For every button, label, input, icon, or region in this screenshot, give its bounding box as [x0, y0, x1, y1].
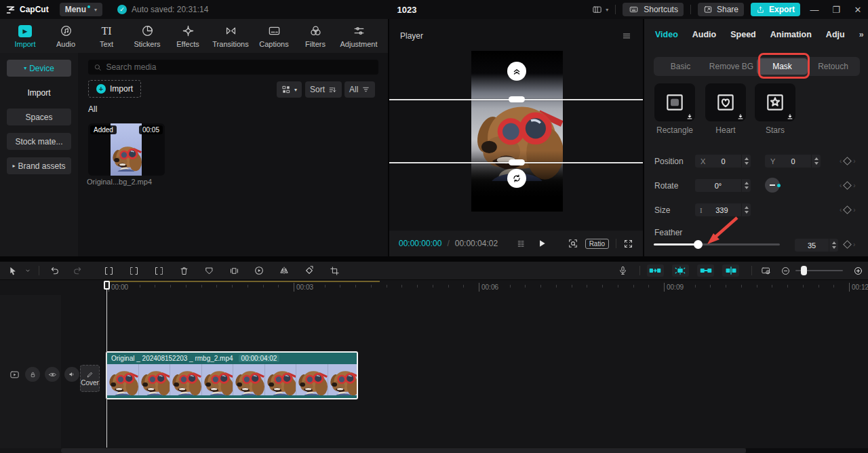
hamburger-menu-icon[interactable] — [621, 31, 632, 41]
subtab-retouch[interactable]: Retouch — [808, 58, 859, 75]
subtab-mask[interactable]: Mask — [757, 58, 808, 75]
auto-ripple-toggle[interactable] — [672, 264, 689, 277]
sidebar-item-brand-assets[interactable]: ▸ Brand assets — [7, 157, 71, 174]
layout-panels-button[interactable]: ▾ — [591, 5, 608, 15]
tab-import[interactable]: ▶ Import — [5, 24, 45, 48]
preview-split-toggle[interactable] — [722, 264, 739, 277]
subtab-basic[interactable]: Basic — [655, 58, 706, 75]
edit-cover-button[interactable]: Cover — [80, 365, 100, 392]
tab-animation[interactable]: Animation — [770, 30, 812, 39]
tab-adjustment-props[interactable]: Adju — [826, 30, 845, 39]
rotate-keyframe[interactable]: ‹› — [840, 182, 856, 189]
tab-transitions[interactable]: Transitions — [209, 24, 252, 48]
mute-track-button[interactable] — [64, 367, 79, 382]
share-button[interactable]: Share — [698, 3, 744, 16]
main-track-magnet-toggle[interactable] — [647, 264, 664, 277]
ratio-button[interactable]: Ratio — [585, 239, 609, 249]
timeline-zoom-out-button[interactable] — [776, 266, 795, 276]
media-item-card[interactable]: Added 00:05 — [88, 123, 165, 176]
play-button[interactable] — [537, 239, 547, 248]
search-input[interactable] — [106, 62, 373, 72]
position-x-field[interactable]: X 0 — [695, 155, 751, 168]
size-keyframe[interactable]: ‹› — [840, 206, 856, 214]
split-tool[interactable] — [99, 266, 119, 276]
tab-audio-props[interactable]: Audio — [692, 30, 716, 39]
keyframe-diamond-icon[interactable] — [843, 205, 852, 214]
tabs-overflow-chevrons[interactable]: » — [859, 30, 864, 39]
stepper[interactable] — [811, 155, 821, 168]
menu-button[interactable]: Menu ▾ — [60, 3, 102, 16]
feather-keyframe[interactable]: › — [844, 241, 855, 248]
stepper[interactable] — [741, 179, 751, 192]
keyframe-diamond-icon[interactable] — [843, 157, 852, 165]
feather-slider[interactable] — [654, 243, 780, 245]
view-mode-button[interactable]: ▾ — [277, 81, 302, 98]
window-minimize-button[interactable]: — — [807, 5, 822, 15]
keyframe-diamond-icon[interactable] — [843, 181, 852, 190]
link-clips-toggle[interactable] — [697, 264, 714, 277]
horizontal-scrollbar[interactable] — [61, 448, 746, 453]
sidebar-item-device[interactable]: ▾ Device — [7, 60, 71, 77]
redo-button[interactable] — [68, 265, 87, 276]
export-button[interactable]: Export — [751, 3, 800, 16]
position-y-field[interactable]: Y 0 — [765, 155, 821, 168]
size-field[interactable]: I 339 — [695, 203, 751, 216]
tab-filters[interactable]: Filters — [296, 24, 335, 48]
shortcuts-button[interactable]: Shortcuts — [623, 3, 684, 16]
rotate-field[interactable]: 0° — [695, 179, 751, 192]
sort-button[interactable]: Sort — [305, 81, 342, 98]
playhead-handle[interactable] — [104, 281, 110, 290]
window-maximize-button[interactable]: ❐ — [829, 5, 844, 15]
select-cursor-tool[interactable] — [3, 266, 22, 276]
hide-track-button[interactable] — [45, 367, 60, 382]
tab-video[interactable]: Video — [655, 30, 678, 39]
tab-text[interactable]: TI Text — [87, 24, 126, 48]
lock-track-button[interactable] — [25, 367, 40, 382]
crop-tool[interactable] — [325, 266, 344, 276]
mask-shape-rectangle[interactable] — [654, 83, 695, 121]
split-delete-left-tool[interactable] — [124, 266, 144, 276]
keyframe-diamond-icon[interactable] — [843, 240, 852, 249]
search-bar[interactable] — [88, 60, 378, 75]
stepper[interactable] — [741, 203, 751, 216]
render-preview-button[interactable] — [756, 266, 776, 276]
stepper[interactable] — [829, 239, 838, 252]
stepper[interactable] — [741, 155, 751, 168]
import-media-button[interactable]: + Import — [88, 80, 141, 98]
sidebar-item-import[interactable]: Import — [7, 84, 71, 101]
frame-view-icon[interactable] — [515, 239, 526, 249]
rotate-tool[interactable] — [300, 265, 319, 276]
position-keyframe[interactable]: ‹› — [840, 157, 856, 165]
tab-audio[interactable]: Audio — [46, 24, 85, 48]
split-delete-right-tool[interactable] — [149, 266, 169, 276]
timeline-zoom-in-button[interactable] — [848, 266, 868, 276]
tab-effects[interactable]: Effects — [168, 24, 208, 48]
subtab-remove-bg[interactable]: Remove BG — [706, 58, 757, 75]
mask-shape-heart[interactable] — [705, 83, 746, 121]
tab-captions[interactable]: Captions — [254, 24, 294, 48]
timeline-clip[interactable]: Original _ 202408152203 _ rmbg_2.mp4 00:… — [106, 351, 358, 399]
mask-top-handle[interactable] — [509, 96, 525, 102]
mask-rotate-handle[interactable] — [507, 169, 526, 188]
sidebar-item-stock-materials[interactable]: Stock mate... — [7, 133, 71, 150]
delete-button[interactable] — [174, 266, 194, 276]
tab-speed[interactable]: Speed — [730, 30, 756, 39]
rotate-dial[interactable] — [765, 178, 780, 193]
window-close-button[interactable]: ✕ — [850, 5, 865, 15]
tab-stickers[interactable]: Stickers — [127, 24, 167, 48]
timeline-zoom-slider[interactable] — [795, 270, 843, 271]
overlay-tool[interactable] — [224, 266, 244, 276]
fullscreen-icon[interactable] — [623, 239, 633, 249]
mask-expand-handle[interactable] — [507, 62, 526, 81]
timeline-ruler[interactable]: 00:00 00:03 00:06 00:09 00:12 — [0, 280, 868, 294]
mask-shape-stars[interactable] — [755, 83, 795, 121]
chevron-down-icon[interactable] — [22, 267, 33, 274]
playhead[interactable] — [106, 281, 107, 448]
feather-slider-thumb[interactable] — [694, 240, 703, 249]
feather-value-field[interactable]: 35 — [795, 239, 838, 252]
tab-adjustment[interactable]: Adjustment — [336, 24, 381, 48]
preview-quality-icon[interactable] — [568, 238, 578, 249]
record-voiceover-button[interactable] — [613, 265, 633, 276]
speed-tool[interactable] — [250, 265, 269, 276]
filter-all-button[interactable]: All — [344, 81, 375, 98]
